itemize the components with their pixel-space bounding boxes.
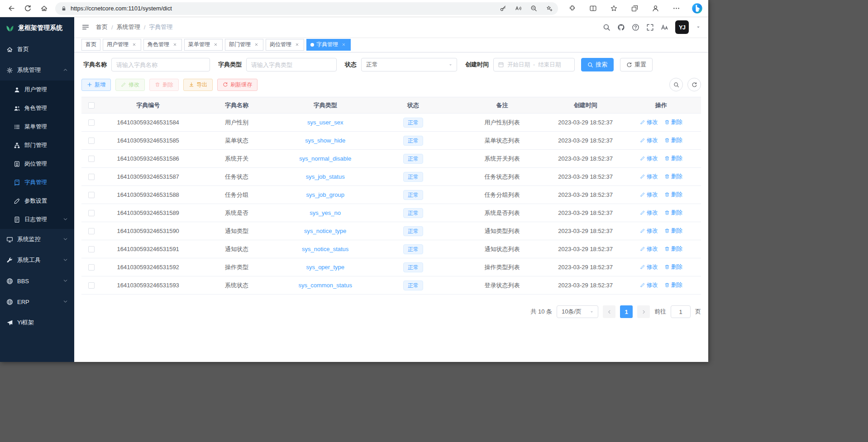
key-icon[interactable]: [497, 3, 508, 14]
sidebar-item[interactable]: 角色管理: [0, 99, 74, 118]
dict-type-link[interactable]: sys_yes_no: [310, 209, 341, 216]
close-icon[interactable]: [340, 42, 347, 48]
caret-down-icon[interactable]: [696, 24, 701, 30]
dict-type-link[interactable]: sys_show_hide: [305, 137, 345, 144]
row-delete-button[interactable]: 删除: [664, 209, 682, 217]
next-page-button[interactable]: [637, 305, 650, 318]
close-icon[interactable]: [294, 42, 300, 48]
search-button[interactable]: 搜索: [581, 58, 614, 71]
profile-icon[interactable]: [649, 2, 662, 15]
prev-page-button[interactable]: [603, 305, 615, 318]
sidebar-item[interactable]: 系统管理: [0, 60, 74, 81]
row-checkbox[interactable]: [88, 264, 95, 271]
row-delete-button[interactable]: 删除: [664, 155, 682, 162]
fontsize-icon[interactable]: [661, 24, 668, 31]
favorite-add-icon[interactable]: [544, 3, 554, 14]
edit-button[interactable]: 修改: [115, 79, 145, 91]
search-icon[interactable]: [603, 24, 610, 31]
status-select[interactable]: 正常: [361, 58, 457, 71]
tab-item[interactable]: 用户管理: [103, 39, 141, 51]
sidebar-item[interactable]: 部门管理: [0, 136, 74, 155]
row-checkbox[interactable]: [88, 282, 95, 289]
sidebar-item[interactable]: Yi框架: [0, 312, 74, 333]
avatar[interactable]: YJ: [675, 20, 689, 34]
github-icon[interactable]: [617, 24, 625, 31]
page-size-select[interactable]: 10条/页: [557, 305, 598, 318]
tab-item[interactable]: 首页: [81, 39, 100, 51]
dict-type-input[interactable]: [246, 58, 337, 71]
refresh-icon[interactable]: [21, 2, 34, 15]
dict-type-link[interactable]: sys_notice_status: [302, 246, 348, 252]
dict-type-link[interactable]: sys_normal_disable: [299, 155, 351, 162]
export-button[interactable]: 导出: [183, 79, 213, 91]
row-delete-button[interactable]: 删除: [664, 119, 682, 126]
split-screen-icon[interactable]: [586, 2, 600, 15]
dict-type-link[interactable]: sys_job_group: [306, 191, 344, 198]
row-checkbox[interactable]: [88, 228, 95, 234]
row-checkbox[interactable]: [88, 138, 95, 144]
delete-button[interactable]: 删除: [149, 79, 179, 91]
row-checkbox[interactable]: [88, 174, 95, 180]
row-edit-button[interactable]: 修改: [640, 119, 658, 126]
select-all-checkbox[interactable]: [88, 102, 95, 109]
row-edit-button[interactable]: 修改: [640, 173, 658, 181]
row-delete-button[interactable]: 删除: [664, 137, 682, 144]
current-page-button[interactable]: 1: [620, 305, 633, 318]
dict-type-link[interactable]: sys_user_sex: [307, 119, 343, 126]
fullscreen-icon[interactable]: [646, 24, 654, 31]
row-edit-button[interactable]: 修改: [640, 137, 658, 144]
sidebar-item[interactable]: ERP: [0, 291, 74, 312]
dict-type-link[interactable]: sys_notice_type: [304, 228, 346, 234]
address-bar[interactable]: https://ccnetcore.com:1101/system/dict: [55, 2, 558, 15]
hamburger-icon[interactable]: [81, 23, 90, 31]
sidebar-item[interactable]: 系统工具: [0, 250, 74, 271]
row-edit-button[interactable]: 修改: [640, 245, 658, 253]
dict-name-input[interactable]: [111, 58, 210, 71]
extensions-icon[interactable]: [565, 2, 579, 15]
sidebar-item[interactable]: 字典管理: [0, 173, 74, 192]
tab-item[interactable]: 部门管理: [225, 39, 263, 51]
favorites-bar-icon[interactable]: [607, 2, 620, 15]
close-icon[interactable]: [131, 42, 137, 48]
goto-page-input[interactable]: [671, 305, 691, 318]
date-range-picker[interactable]: 开始日期 - 结束日期: [493, 58, 575, 71]
row-delete-button[interactable]: 删除: [664, 191, 682, 199]
add-button[interactable]: 新增: [81, 79, 111, 91]
close-icon[interactable]: [172, 42, 178, 48]
sidebar-item[interactable]: 菜单管理: [0, 118, 74, 136]
more-icon[interactable]: [669, 2, 683, 15]
breadcrumb-item[interactable]: 首页: [96, 23, 108, 31]
row-checkbox[interactable]: [88, 119, 95, 126]
row-edit-button[interactable]: 修改: [640, 281, 658, 289]
dict-type-link[interactable]: sys_job_status: [306, 173, 345, 180]
home-icon[interactable]: [37, 2, 51, 15]
row-delete-button[interactable]: 删除: [664, 173, 682, 181]
row-edit-button[interactable]: 修改: [640, 209, 658, 217]
refresh-cache-button[interactable]: 刷新缓存: [217, 79, 258, 91]
dict-type-link[interactable]: sys_common_status: [298, 282, 352, 289]
close-icon[interactable]: [253, 42, 259, 48]
sidebar-item[interactable]: 首页: [0, 39, 74, 60]
question-icon[interactable]: [632, 24, 639, 31]
sidebar-item[interactable]: 岗位管理: [0, 155, 74, 173]
back-icon[interactable]: [5, 2, 18, 15]
row-edit-button[interactable]: 修改: [640, 191, 658, 199]
row-delete-button[interactable]: 删除: [664, 245, 682, 253]
zoom-out-icon[interactable]: [528, 3, 539, 14]
row-edit-button[interactable]: 修改: [640, 227, 658, 235]
row-checkbox[interactable]: [88, 192, 95, 198]
sidebar-item[interactable]: 系统监控: [0, 229, 74, 250]
tab-item[interactable]: 角色管理: [143, 39, 182, 51]
read-aloud-icon[interactable]: [513, 3, 524, 14]
row-checkbox[interactable]: [88, 246, 95, 252]
sidebar-item[interactable]: 用户管理: [0, 81, 74, 99]
bing-icon[interactable]: [690, 2, 704, 15]
tab-item[interactable]: 字典管理: [306, 39, 351, 51]
row-edit-button[interactable]: 修改: [640, 155, 658, 162]
collections-icon[interactable]: [628, 2, 641, 15]
sidebar-item[interactable]: 日志管理: [0, 210, 74, 229]
toggle-search-button[interactable]: [669, 78, 683, 91]
breadcrumb-item[interactable]: 系统管理: [117, 23, 140, 31]
tab-item[interactable]: 菜单管理: [184, 39, 223, 51]
row-checkbox[interactable]: [88, 210, 95, 216]
